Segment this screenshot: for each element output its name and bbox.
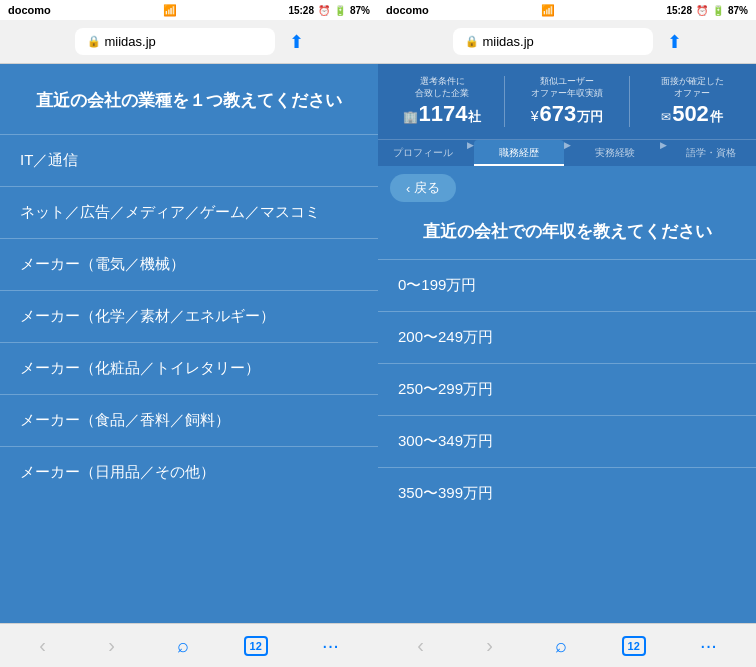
time-right: 15:28	[666, 5, 692, 16]
stat-interviews: 面接が確定した オファー ✉ 502 件	[632, 72, 752, 131]
alarm-icon: ⏰	[318, 5, 330, 16]
tab-language[interactable]: 語学・資格	[667, 140, 756, 166]
tab-experience-label: 実務経験	[595, 147, 635, 158]
tab-arrow-2: ▶	[564, 140, 571, 166]
right-panel-list: 0〜199万円200〜249万円250〜299万円300〜349万円350〜39…	[378, 259, 756, 623]
right-panel-title: 直近の会社での年収を教えてください	[378, 210, 756, 259]
back-button[interactable]: ‹ 戻る	[390, 174, 456, 202]
right-panel: 選考条件に 合致した企業 🏢 1174 社 類似ユーザー オファー年収実績 ¥ …	[378, 64, 756, 623]
time-left: 15:28	[288, 5, 314, 16]
stat-salary: 類似ユーザー オファー年収実績 ¥ 673 万円	[507, 72, 627, 131]
list-item[interactable]: 250〜299万円	[378, 363, 756, 415]
bottom-toolbar: ‹ › ⌕ 12 ··· ‹ › ⌕ 12 ···	[0, 623, 756, 667]
share-button-right[interactable]: ⬆	[667, 31, 682, 53]
battery-icon-right: 🔋	[712, 5, 724, 16]
tab-career-label: 職務経歴	[499, 147, 539, 158]
list-item[interactable]: IT／通信	[0, 134, 378, 186]
list-item[interactable]: 350〜399万円	[378, 467, 756, 519]
companies-icon: 🏢	[403, 110, 418, 124]
battery-percent-left: 87%	[350, 5, 370, 16]
stat-interviews-label: 面接が確定した オファー	[661, 76, 724, 99]
salary-unit: 万円	[577, 108, 603, 126]
stat-divider-1	[504, 76, 505, 127]
tab-arrow-1: ▶	[467, 140, 474, 166]
tab-profile[interactable]: プロフィール	[378, 140, 467, 166]
stat-divider-2	[629, 76, 630, 127]
carrier-right: docomo	[386, 4, 429, 16]
left-panel-list: IT／通信ネット／広告／メディア／ゲーム／マスコミメーカー（電気／機械）メーカー…	[0, 134, 378, 624]
back-button-label: 戻る	[414, 179, 440, 197]
list-item[interactable]: メーカー（食品／香料／飼料）	[0, 394, 378, 446]
lock-icon-right: 🔒	[465, 35, 479, 48]
tab-profile-label: プロフィール	[393, 147, 453, 158]
left-panel-title: 直近の会社の業種を１つ教えてください	[0, 64, 378, 134]
tab-arrow-3: ▶	[660, 140, 667, 166]
back-button-row: ‹ 戻る	[378, 166, 756, 210]
status-bar-left: docomo 📶 15:28 ⏰ 🔋 87%	[0, 0, 378, 20]
alarm-icon-right: ⏰	[696, 5, 708, 16]
forward-nav-button-left[interactable]: ›	[100, 630, 123, 661]
search-button-left[interactable]: ⌕	[169, 630, 197, 661]
salary-icon: ¥	[531, 108, 539, 124]
back-nav-button-left[interactable]: ‹	[31, 630, 54, 661]
list-item[interactable]: メーカー（日用品／その他）	[0, 446, 378, 498]
address-bar-left: 🔒 miidas.jp ⬆	[0, 20, 378, 64]
companies-number: 1174	[419, 101, 468, 127]
interviews-number: 502	[672, 101, 709, 127]
stat-salary-label: 類似ユーザー オファー年収実績	[531, 76, 603, 99]
left-panel: 直近の会社の業種を１つ教えてください IT／通信ネット／広告／メディア／ゲーム／…	[0, 64, 378, 623]
url-text-right: miidas.jp	[483, 34, 534, 49]
tab-career[interactable]: 職務経歴	[474, 140, 563, 166]
address-bar-right: 🔒 miidas.jp ⬆	[378, 20, 756, 64]
progress-tabs: プロフィール ▶ 職務経歴 ▶ 実務経験 ▶ 語学・資格	[378, 139, 756, 166]
status-bar: docomo 📶 15:28 ⏰ 🔋 87% docomo 📶 15:28 ⏰ …	[0, 0, 756, 20]
address-bar: 🔒 miidas.jp ⬆ 🔒 miidas.jp ⬆	[0, 20, 756, 64]
forward-nav-button-right[interactable]: ›	[478, 630, 501, 661]
list-item[interactable]: 200〜249万円	[378, 311, 756, 363]
more-button-left[interactable]: ···	[314, 630, 347, 661]
url-bar-right[interactable]: 🔒 miidas.jp	[453, 28, 653, 55]
bottom-toolbar-left: ‹ › ⌕ 12 ···	[0, 624, 378, 667]
wifi-icon: 📶	[163, 4, 177, 17]
list-item[interactable]: メーカー（電気／機械）	[0, 238, 378, 290]
wifi-icon-right: 📶	[541, 4, 555, 17]
url-bar-left[interactable]: 🔒 miidas.jp	[75, 28, 275, 55]
list-item[interactable]: 300〜349万円	[378, 415, 756, 467]
battery-icon: 🔋	[334, 5, 346, 16]
lock-icon-left: 🔒	[87, 35, 101, 48]
tab-count-right[interactable]: 12	[622, 636, 646, 656]
list-item[interactable]: ネット／広告／メディア／ゲーム／マスコミ	[0, 186, 378, 238]
stat-companies: 選考条件に 合致した企業 🏢 1174 社	[382, 72, 502, 131]
carrier-left: docomo	[8, 4, 51, 16]
main-content: 直近の会社の業種を１つ教えてください IT／通信ネット／広告／メディア／ゲーム／…	[0, 64, 756, 623]
stat-companies-label: 選考条件に 合致した企業	[415, 76, 469, 99]
interviews-unit: 件	[710, 108, 723, 126]
salary-number: 673	[540, 101, 577, 127]
status-bar-right: docomo 📶 15:28 ⏰ 🔋 87%	[378, 0, 756, 20]
interview-icon: ✉	[661, 110, 671, 124]
companies-unit: 社	[468, 108, 481, 126]
tab-count-left[interactable]: 12	[244, 636, 268, 656]
list-item[interactable]: 0〜199万円	[378, 259, 756, 311]
battery-percent-right: 87%	[728, 5, 748, 16]
more-button-right[interactable]: ···	[692, 630, 725, 661]
tab-language-label: 語学・資格	[686, 147, 736, 158]
search-button-right[interactable]: ⌕	[547, 630, 575, 661]
list-item[interactable]: メーカー（化粧品／トイレタリー）	[0, 342, 378, 394]
back-arrow-icon: ‹	[406, 181, 410, 196]
stats-header: 選考条件に 合致した企業 🏢 1174 社 類似ユーザー オファー年収実績 ¥ …	[378, 64, 756, 139]
tab-experience[interactable]: 実務経験	[571, 140, 660, 166]
back-nav-button-right[interactable]: ‹	[409, 630, 432, 661]
bottom-toolbar-right: ‹ › ⌕ 12 ···	[378, 624, 756, 667]
list-item[interactable]: メーカー（化学／素材／エネルギー）	[0, 290, 378, 342]
url-text-left: miidas.jp	[105, 34, 156, 49]
share-button-left[interactable]: ⬆	[289, 31, 304, 53]
